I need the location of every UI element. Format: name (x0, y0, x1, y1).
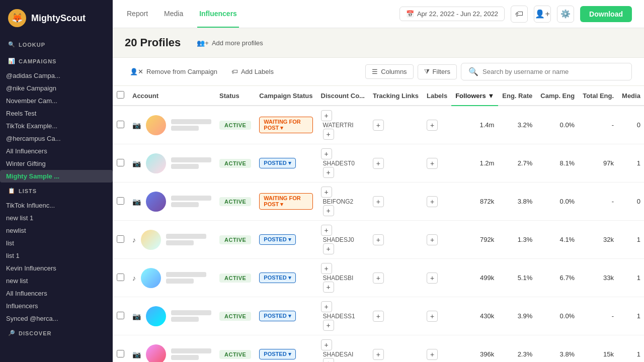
media-cell-0: 0 (618, 106, 644, 144)
discount-cell-1: + SHADEST0 + (317, 144, 369, 183)
sidebar-campaign-6[interactable]: All Influencers (0, 145, 113, 157)
sidebar-campaign-7[interactable]: Winter Gifting (0, 157, 113, 170)
add-label-6[interactable]: + (427, 349, 438, 360)
media-cell-2: 0 (618, 183, 644, 221)
sidebar-list-9[interactable]: Synced @herca... (0, 312, 113, 325)
add-label-4[interactable]: + (427, 273, 438, 284)
select-all-checkbox[interactable] (117, 91, 124, 99)
campaign-status-badge-2[interactable]: WAITING FOR POST ▾ (259, 193, 312, 210)
sidebar-campaign-5[interactable]: @hercampus Ca... (0, 132, 113, 145)
row-checkbox-5[interactable] (117, 312, 124, 319)
tab-report[interactable]: Report (125, 1, 150, 28)
add-labels-button[interactable]: 🏷 Add Labels (226, 65, 279, 78)
add-tracking-5[interactable]: + (373, 311, 384, 322)
row-checkbox-0[interactable] (117, 121, 124, 128)
add-tracking-3[interactable]: + (373, 234, 384, 245)
lookup-label: 🔍 LOOKUP (8, 41, 105, 48)
sidebar-list-6[interactable]: new list (0, 275, 113, 287)
campaign-status-badge-3[interactable]: POSTED ▾ (259, 234, 295, 245)
add-discount-6[interactable]: + (321, 339, 332, 350)
add-label-3[interactable]: + (427, 234, 438, 245)
row-checkbox-2[interactable] (117, 197, 124, 205)
add-tracking-0[interactable]: + (373, 120, 384, 131)
name-lines-6 (171, 348, 211, 360)
name-bar-primary-6 (171, 348, 211, 353)
sidebar-campaign-3[interactable]: Reels Test (0, 107, 113, 120)
add-label-5[interactable]: + (427, 311, 438, 322)
add-label-2[interactable]: + (427, 196, 438, 207)
campaign-status-badge-5[interactable]: POSTED ▾ (259, 311, 295, 321)
download-button[interactable]: Download (580, 6, 632, 22)
sidebar-campaign-4[interactable]: TikTok Example... (0, 120, 113, 132)
discount-code-5: SHADESS1 (323, 313, 355, 320)
campaigns-list: @adidas Campa...@nike CampaignNovember C… (0, 69, 113, 183)
add-profiles-button[interactable]: 👥+ Add more profiles (193, 37, 267, 49)
campaign-status-badge-0[interactable]: WAITING FOR POST ▾ (259, 117, 312, 133)
add-profiles-icon: 👥+ (197, 39, 209, 47)
add-tracking-4[interactable]: + (373, 273, 384, 284)
header-total-eng[interactable]: Total Eng. (579, 86, 618, 106)
add-tracking-2[interactable]: + (373, 196, 384, 207)
sidebar-list-2[interactable]: newlist (0, 224, 113, 237)
discount-more-3[interactable]: + (323, 243, 334, 254)
discount-more-1[interactable]: + (323, 167, 334, 178)
add-discount-3[interactable]: + (321, 225, 332, 236)
add-discount-1[interactable]: + (321, 148, 332, 159)
sidebar-list-4[interactable]: list 1 (0, 249, 113, 262)
discount-more-4[interactable]: + (323, 282, 334, 293)
columns-button[interactable]: ☰ Columns (365, 64, 413, 79)
header-media[interactable]: Media (618, 86, 644, 106)
add-discount-4[interactable]: + (321, 263, 332, 274)
header-labels: Labels (423, 86, 451, 106)
sidebar-list-8[interactable]: Influencers (0, 300, 113, 312)
add-tracking-1[interactable]: + (373, 158, 384, 169)
remove-campaign-button[interactable]: 👤✕ Remove from Campaign (125, 65, 222, 78)
tags-button[interactable]: 🏷 (511, 6, 528, 23)
campaign-status-badge-6[interactable]: POSTED ▾ (259, 349, 295, 359)
add-tracking-6[interactable]: + (373, 349, 384, 360)
row-checkbox-4[interactable] (117, 274, 124, 281)
add-discount-2[interactable]: + (321, 187, 332, 198)
row-checkbox-6[interactable] (117, 350, 124, 357)
row-checkbox-3[interactable] (117, 235, 124, 243)
name-bar-primary-4 (166, 272, 206, 277)
header-eng-rate[interactable]: Eng. Rate (498, 86, 536, 106)
add-user-button[interactable]: 👤+ (534, 6, 551, 23)
header-followers[interactable]: Followers ▼ (451, 86, 498, 106)
campaign-status-badge-1[interactable]: POSTED ▾ (259, 158, 295, 168)
campaign-status-badge-4[interactable]: POSTED ▾ (259, 273, 295, 283)
settings-button[interactable]: ⚙️ (557, 6, 574, 23)
header-discount: Discount Co... (317, 86, 369, 106)
header-camp-eng[interactable]: Camp. Eng (536, 86, 579, 106)
status-badge-3: ACTIVE (219, 235, 251, 244)
discount-more-6[interactable]: + (323, 358, 334, 362)
influencers-table-container: Account Status Campaign Status Discount … (113, 86, 644, 362)
avatar-4 (141, 268, 161, 288)
add-label-1[interactable]: + (427, 158, 438, 169)
add-discount-5[interactable]: + (321, 301, 332, 312)
logo[interactable]: 🦊 MightyScout (0, 0, 113, 36)
sidebar-list-1[interactable]: new list 1 (0, 212, 113, 224)
sidebar-campaign-2[interactable]: November Cam... (0, 95, 113, 107)
search-input[interactable] (482, 68, 624, 75)
tracking-cell-3: + (369, 221, 423, 259)
sidebar-list-3[interactable]: list (0, 237, 113, 249)
discount-more-0[interactable]: + (323, 129, 334, 140)
tab-media[interactable]: Media (162, 1, 185, 28)
date-range[interactable]: 📅 Apr 22, 2022 - Jun 22, 2022 (399, 7, 505, 21)
discount-more-5[interactable]: + (323, 320, 334, 331)
lookup-section: 🔍 LOOKUP (0, 36, 113, 53)
sidebar-campaign-0[interactable]: @adidas Campa... (0, 69, 113, 82)
sidebar-list-5[interactable]: Kevin Influencers (0, 262, 113, 275)
row-checkbox-col (113, 259, 128, 297)
filters-button[interactable]: ⧩ Filters (418, 64, 457, 79)
add-discount-0[interactable]: + (321, 110, 332, 121)
sidebar-list-7[interactable]: All Influencers (0, 287, 113, 300)
row-checkbox-1[interactable] (117, 159, 124, 166)
sidebar-campaign-1[interactable]: @nike Campaign (0, 82, 113, 95)
add-label-0[interactable]: + (427, 120, 438, 131)
sidebar-list-0[interactable]: TikTok Influenc... (0, 199, 113, 212)
tab-influencers[interactable]: Influencers (197, 1, 239, 28)
discount-more-2[interactable]: + (323, 205, 334, 216)
sidebar-campaign-8[interactable]: Mighty Sample ... (0, 170, 113, 183)
